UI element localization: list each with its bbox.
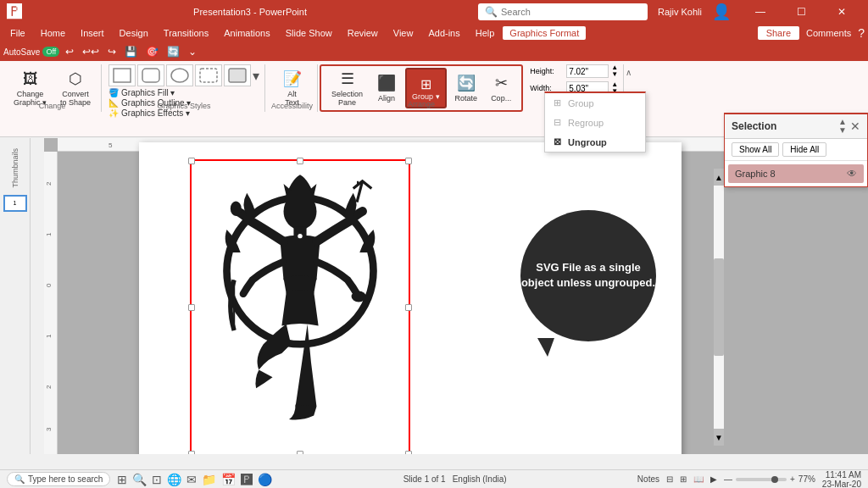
height-down-button[interactable]: ▼ (611, 71, 618, 78)
crop-icon: ✂ (495, 74, 508, 92)
search-input[interactable] (501, 7, 641, 17)
handle-top-left[interactable] (188, 158, 195, 164)
menu-review[interactable]: Review (341, 26, 385, 40)
slide-canvas[interactable]: SVG File as a single object unless ungro… (139, 142, 682, 455)
menu-animations[interactable]: Animations (217, 26, 276, 40)
user-avatar-icon: 👤 (712, 3, 731, 21)
align-button[interactable]: ⬛ Align (371, 68, 402, 108)
group-menu-regroup-label: Regroup (568, 118, 604, 128)
taskbar-edge-icon[interactable]: 🌐 (167, 473, 181, 486)
hide-all-button[interactable]: Hide All (782, 142, 826, 157)
selection-panel-close[interactable]: ✕ (850, 119, 860, 133)
help-icon[interactable]: ? (858, 26, 865, 40)
menu-graphics-format[interactable]: Graphics Format (503, 26, 586, 40)
autosave-toggle[interactable]: Off (42, 47, 59, 57)
graphics-fill-button[interactable]: 🪣 Graphics Fill ▾ (108, 88, 259, 97)
taskbar-start-icon[interactable]: ⊞ (117, 473, 127, 486)
view-slide-sorter-icon[interactable]: ⊞ (680, 474, 687, 484)
rotate-icon: 🔄 (457, 74, 476, 92)
visibility-toggle-icon[interactable]: 👁 (847, 168, 857, 180)
taskbar-calendar-icon[interactable]: 📅 (221, 473, 236, 486)
sync-button[interactable]: 🔄 (164, 46, 182, 58)
zoom-slider-thumb[interactable] (771, 476, 778, 483)
zoom-in-button[interactable]: + (790, 474, 795, 484)
menu-addins[interactable]: Add-ins (421, 26, 466, 40)
menu-view[interactable]: View (387, 26, 420, 40)
taskbar-powerpoint-icon[interactable]: 🅿 (241, 473, 253, 486)
selection-pane-button[interactable]: ☰ SelectionPane (326, 68, 368, 108)
zoom-out-button[interactable]: — (724, 474, 732, 484)
view-normal-icon[interactable]: ⊟ (666, 474, 673, 484)
more-qat-button[interactable]: ⌄ (186, 46, 199, 58)
selection-panel-header: Selection ▲ ▼ ✕ (725, 114, 867, 139)
minimize-button[interactable]: — (741, 0, 780, 24)
svg-point-26 (352, 291, 366, 302)
taskbar-task-view[interactable]: ⊡ (152, 473, 162, 486)
scroll-track[interactable] (714, 186, 724, 429)
align-label: Align (378, 94, 395, 103)
svg-rect-1 (142, 69, 159, 82)
language-indicator: English (India) (453, 474, 507, 484)
slide-thumbnail-1[interactable]: 1 (3, 195, 27, 212)
maximize-button[interactable]: ☐ (782, 0, 821, 24)
menu-file[interactable]: File (3, 26, 32, 40)
group-menu-item-ungroup[interactable]: ⊠ Ungroup (545, 132, 645, 152)
fill-icon: 🪣 (108, 88, 119, 97)
undo-repeat-button[interactable]: ↩↩ (80, 46, 102, 58)
crop-label: Cop... (491, 94, 511, 103)
show-all-button[interactable]: Show All (732, 142, 779, 157)
ribbon-collapse-button[interactable]: ∧ (626, 68, 632, 77)
redo-button[interactable]: ↪ (105, 46, 119, 58)
shape-style-4[interactable] (195, 64, 222, 86)
selected-graphic-object[interactable] (190, 159, 410, 455)
shape-style-3[interactable] (166, 64, 193, 86)
shape-style-1[interactable] (108, 64, 136, 86)
crop-button[interactable]: ✂ Cop... (486, 68, 516, 108)
menu-insert[interactable]: Insert (74, 26, 111, 40)
scroll-thumb[interactable] (714, 258, 724, 356)
menu-home[interactable]: Home (34, 26, 72, 40)
height-input[interactable] (566, 64, 609, 78)
presenter-button[interactable]: 🎯 (143, 46, 161, 58)
scrollbar-vertical[interactable]: ▲ ▼ (714, 169, 724, 446)
view-presenter-icon[interactable]: ▶ (710, 474, 717, 484)
notes-button[interactable]: Notes (637, 474, 659, 484)
save-button[interactable]: 💾 (122, 46, 140, 58)
handle-top-right[interactable] (405, 158, 412, 164)
close-button[interactable]: ✕ (822, 0, 861, 24)
handle-bottom-right[interactable] (405, 451, 412, 455)
share-button[interactable]: Share (758, 26, 799, 40)
titlebar-right: 🔍 Rajiv Kohli 👤 — ☐ ✕ (478, 0, 861, 24)
scroll-up-button[interactable]: ▲ (714, 169, 724, 186)
menu-design[interactable]: Design (113, 26, 155, 40)
rotate-label: Rotate (455, 94, 478, 103)
handle-bottom-left[interactable] (188, 451, 195, 455)
zoom-slider[interactable] (736, 478, 787, 481)
rotate-button[interactable]: 🔄 Rotate (450, 68, 483, 108)
handle-bottom-middle[interactable] (297, 451, 303, 455)
undo-button[interactable]: ↩ (63, 46, 76, 58)
handle-middle-right[interactable] (405, 304, 412, 311)
taskbar-search-btn[interactable]: 🔍 (132, 473, 147, 486)
scroll-down-button[interactable]: ▼ (714, 429, 724, 446)
selection-panel-item-graphic8[interactable]: Graphic 8 👁 (728, 164, 864, 183)
search-box[interactable]: 🔍 (478, 3, 648, 20)
graphic-figure (192, 161, 409, 454)
taskbar-chrome-icon[interactable]: 🔵 (258, 473, 272, 486)
date-display: 23-Mar-20 (822, 480, 861, 489)
taskbar-search[interactable]: 🔍 Type here to search (7, 472, 110, 486)
taskbar-file-icon[interactable]: 📁 (202, 473, 216, 486)
taskbar-mail-icon[interactable]: ✉ (186, 473, 197, 486)
group-dropdown-menu: ⊞ Group ⊟ Regroup ⊠ Ungroup (544, 92, 646, 152)
menu-slideshow[interactable]: Slide Show (279, 26, 339, 40)
handle-middle-left[interactable] (188, 304, 195, 311)
menu-transitions[interactable]: Transitions (157, 26, 215, 40)
view-reading-icon[interactable]: 📖 (693, 474, 704, 484)
handle-top-middle[interactable] (297, 158, 303, 164)
styles-dropdown-button[interactable]: ▾ (253, 68, 259, 84)
shape-style-5[interactable] (224, 64, 251, 86)
menu-help[interactable]: Help (469, 26, 502, 40)
shape-style-2[interactable] (137, 64, 164, 86)
selection-arrow-down[interactable]: ▼ (838, 126, 847, 135)
comments-button[interactable]: Comments (806, 28, 851, 38)
